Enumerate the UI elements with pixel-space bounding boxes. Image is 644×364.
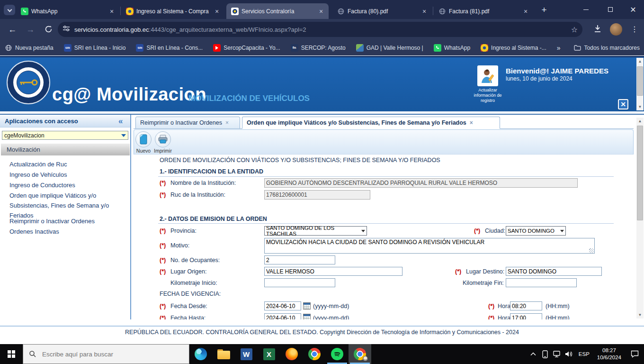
bookmark-item[interactable]: WhatsApp [434,44,470,52]
language-indicator[interactable]: ESP [575,351,593,357]
print-button-label: Imprimir [154,148,172,154]
tray-chevron-up-icon[interactable] [528,352,539,356]
print-button[interactable]: Imprimir [154,131,172,154]
header-scrollbar[interactable]: ▲ ▼ [636,58,644,110]
scroll-up-icon[interactable]: ▲ [636,118,644,125]
ciudad-select[interactable]: SANTO DOMINGO [506,226,566,236]
taskbar-search[interactable] [23,344,189,364]
download-icon[interactable] [593,24,602,36]
sidebar-item-ingreso-conductores[interactable]: Ingreso de Conductores [9,180,125,190]
taskbar-edge-icon[interactable] [189,344,212,364]
taskbar-firefox-icon[interactable] [280,344,303,364]
tab-ingreso-sistema[interactable]: Ingreso al Sistema - Compra × [121,3,224,19]
sidebar-item-ordenes-inactivas[interactable]: Ordenes Inactivas [9,227,125,237]
tab-close-icon[interactable]: × [522,8,529,15]
new-tab-button[interactable]: + [538,4,550,16]
tab-close-icon[interactable]: × [108,8,116,15]
notification-center-icon[interactable] [625,350,644,358]
browser-menu-icon[interactable]: ⋮ [630,23,639,36]
tab-close-icon[interactable]: × [225,119,229,126]
taskbar-clock[interactable]: 08:27 10/6/2024 [593,347,625,361]
update-registration-button[interactable] [477,65,498,86]
tab-close-icon[interactable]: × [317,8,325,15]
taskbar-chrome-icon[interactable] [303,344,326,364]
content-tab-orden-viaticos[interactable]: Orden que implique Viáticos y/o Subsiste… [242,117,500,129]
bookmark-item[interactable]: GAD | Valle Hermoso | [356,44,423,52]
application-select[interactable]: cgeMovilizacion [2,131,128,140]
new-button-label: Nuevo [134,148,152,154]
all-bookmarks-button[interactable]: Todos los marcadores [574,44,640,52]
scroll-up-icon[interactable]: ▲ [636,58,644,65]
taskbar-spotify-icon[interactable] [326,344,349,364]
tray-network-icon[interactable] [551,351,563,357]
fecha-desde-input[interactable] [264,301,301,310]
bookmark-item[interactable]: Nueva pestaña [5,44,54,52]
tab-servicios-contraloria[interactable]: Servicios Contraloría × [226,3,329,19]
url-bar[interactable]: servicios.contraloria.gob.ec:4443/cge_ar… [58,22,582,37]
site-info-icon[interactable] [63,25,70,34]
bookmark-item[interactable]: SRI SRI en Línea - Inicio [64,44,126,52]
calendar-icon[interactable] [303,302,311,309]
bookmark-item[interactable]: fn SERCOP: Agosto [291,44,346,52]
tray-volume-icon[interactable] [563,351,575,357]
scroll-down-icon[interactable]: ▼ [636,311,644,318]
taskbar-search-input[interactable] [41,350,179,358]
tab-factura-81[interactable]: Factura (81).pdf × [434,3,533,19]
ruc-input[interactable] [264,190,370,200]
sidebar-group-header[interactable]: Movilización [1,144,130,155]
sidebar-item-reimprimir[interactable]: Reimprimir o Inactivar Ordenes [9,216,125,226]
reload-button[interactable] [42,23,55,36]
origen-input[interactable] [264,267,402,276]
bookmark-item[interactable]: Ingreso al Sistema -... [481,44,546,52]
taskbar-chrome-active-icon[interactable] [349,344,371,364]
bookmark-star-icon[interactable]: ☆ [571,25,578,34]
new-button[interactable]: Nuevo [134,131,152,154]
taskbar-excel-icon[interactable]: X [258,344,280,364]
content-tab-reimprimir[interactable]: Reimprimir o Inactivar Ordenes × [135,117,240,129]
scroll-down-icon[interactable]: ▼ [636,103,644,110]
nombre-input[interactable] [264,178,578,188]
tab-close-icon[interactable]: × [470,119,473,126]
content-scrollbar[interactable]: ▲ ▼ [636,118,644,318]
back-button[interactable]: ← [6,23,19,36]
tab-whatsapp[interactable]: WhatsApp × [16,3,119,19]
tab-title: Factura (80).pdf [348,8,418,15]
bookmark-item[interactable]: SercopCapacita - Yo... [213,44,280,52]
tray-phone-icon[interactable] [539,350,551,358]
km-fin-input[interactable] [506,278,577,287]
scrollbar-thumb[interactable] [637,66,643,96]
taskbar-word-icon[interactable]: W [235,344,258,364]
sidebar-collapse-icon[interactable]: « [118,115,123,127]
logout-close-button[interactable]: ✕ [618,99,628,109]
section-rule [158,223,614,224]
bookmark-label: GAD | Valle Hermoso | [367,45,423,51]
forward-button[interactable]: → [24,23,37,36]
window-minimize-button[interactable] [575,0,597,19]
km-inicio-input[interactable] [264,278,335,287]
ocupantes-input[interactable] [264,255,335,264]
welcome-date: lunes, 10 de junio de 2024 [506,75,572,82]
window-close-button[interactable]: ✕ [622,0,644,19]
chevron-down-icon [7,8,12,12]
sidebar-item-ingreso-vehiculos[interactable]: Ingreso de Vehículos [9,170,125,180]
destino-input[interactable] [506,267,602,276]
globe-icon [5,44,12,52]
tab-close-icon[interactable]: × [213,8,221,15]
tab-factura-80[interactable]: Factura (80).pdf × [332,3,432,19]
printer-icon [158,135,168,144]
window-maximize-button[interactable] [599,0,621,19]
bookmarks-overflow-icon[interactable]: » [557,44,561,52]
bookmark-item[interactable]: SRI SRI en Línea - Cons... [136,44,203,52]
resize-handle[interactable] [589,248,594,253]
sidebar-item-actualizacion-ruc[interactable]: Actualización de Ruc [9,159,125,169]
tab-close-icon[interactable]: × [420,8,428,15]
taskbar-explorer-icon[interactable] [212,344,235,364]
motivo-textarea[interactable]: MOVILIZACIÓN HACIA LA CIUDAD DE SANTO DO… [264,238,595,254]
hora-desde-input[interactable] [510,301,542,310]
start-button[interactable] [0,344,23,364]
tab-search-button[interactable] [4,5,15,15]
profile-avatar[interactable] [610,23,622,36]
vigencia-label: FECHA DE VIGENCIA: [160,291,221,297]
provincia-select[interactable]: SANTO DOMINGO DE LOS TSACHILAS [264,226,367,236]
scrollbar-thumb[interactable] [637,126,643,220]
